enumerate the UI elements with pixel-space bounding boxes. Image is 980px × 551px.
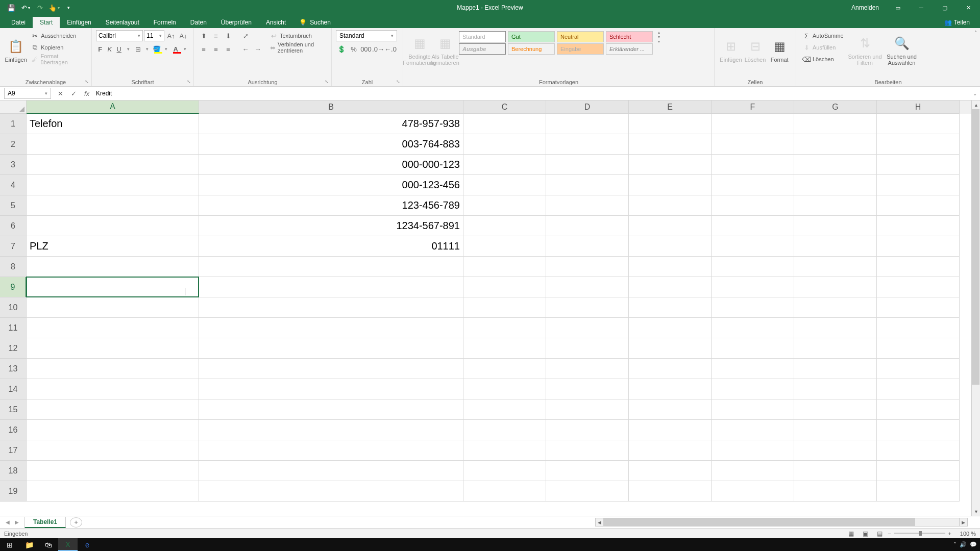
cell[interactable] [463,155,546,175]
start-button[interactable]: ⊞ [0,538,19,551]
cell[interactable] [546,155,629,175]
cell[interactable] [794,175,877,195]
row-header[interactable]: 7 [0,236,27,257]
column-header[interactable]: D [546,101,629,114]
cell[interactable] [877,114,960,134]
cell[interactable] [199,257,463,277]
cell[interactable] [877,338,960,359]
decrease-decimal-button[interactable]: ←.0 [385,43,396,55]
cell[interactable] [27,420,199,440]
row-header[interactable]: 8 [0,257,27,277]
scroll-down-icon[interactable]: ▼ [972,507,980,516]
number-launcher-icon[interactable]: ⤡ [395,79,401,85]
align-middle-button[interactable]: ≡ [210,30,222,41]
cut-button[interactable]: ✂Ausschneiden [29,30,87,41]
zoom-slider[interactable] [894,533,945,534]
cell[interactable] [877,216,960,236]
cell[interactable] [877,481,960,502]
cell[interactable] [27,175,199,195]
cell[interactable] [712,134,794,155]
cell[interactable] [712,461,794,481]
cell[interactable] [199,277,463,297]
cell[interactable] [27,155,199,175]
row-header[interactable]: 2 [0,134,27,155]
task-file-explorer[interactable]: 📁 [19,538,39,551]
task-excel[interactable]: X [58,538,78,551]
cell[interactable] [877,134,960,155]
clear-button[interactable]: ⌫Löschen [800,54,846,65]
column-header[interactable]: G [794,101,877,114]
underline-more-icon[interactable]: ▾ [125,43,133,55]
sort-filter-button[interactable]: ⇅ Sortieren und Filtern [848,30,883,71]
cell-style-erklar[interactable]: Erklärender ... [606,43,653,55]
cell[interactable] [712,216,794,236]
cell[interactable] [794,297,877,318]
normal-view-button[interactable]: ▦ [845,529,857,538]
row-header[interactable]: 10 [0,297,27,318]
number-format-combo[interactable]: Standard▾ [336,30,397,41]
cell[interactable] [629,399,712,420]
cell[interactable] [463,134,546,155]
cell[interactable] [877,175,960,195]
cell[interactable] [877,440,960,461]
vscroll-thumb[interactable] [972,109,979,385]
cell[interactable] [199,440,463,461]
cell[interactable] [463,257,546,277]
cell[interactable] [546,175,629,195]
cell[interactable] [629,195,712,216]
find-select-button[interactable]: 🔍 Suchen und Auswählen [885,30,919,71]
row-header[interactable]: 13 [0,359,27,379]
cell[interactable] [877,277,960,297]
redo-button[interactable]: ↷ [34,2,46,14]
row-header[interactable]: 14 [0,379,27,399]
tab-view[interactable]: Ansicht [259,17,293,28]
row-header[interactable]: 9 [0,277,27,297]
cell[interactable] [712,481,794,502]
cell[interactable]: 003-764-883 [199,134,463,155]
cell[interactable] [712,257,794,277]
conditional-formatting-button[interactable]: ▦ Bedingte Formatierung [407,30,432,71]
align-left-button[interactable]: ≡ [198,43,209,55]
cell[interactable] [629,338,712,359]
underline-button[interactable]: U [115,43,124,55]
minimize-button[interactable]: ─ [910,0,933,15]
cell[interactable] [546,440,629,461]
tab-data[interactable]: Daten [183,17,214,28]
orientation-button[interactable]: ⤢ [240,30,251,41]
cell[interactable] [546,277,629,297]
cell[interactable] [629,359,712,379]
cell[interactable] [629,297,712,318]
cell[interactable] [199,359,463,379]
clipboard-launcher-icon[interactable]: ⤡ [84,79,90,85]
cell[interactable] [712,155,794,175]
cell[interactable] [877,399,960,420]
cell-style-berechnung[interactable]: Berechnung [508,43,555,55]
cell[interactable] [27,440,199,461]
cell[interactable] [629,420,712,440]
cell-styles-more[interactable]: ▴▾▾ [654,30,664,71]
qat-customize-button[interactable]: ▾ [62,2,75,14]
cell[interactable] [546,297,629,318]
cell[interactable] [629,175,712,195]
cell[interactable] [712,440,794,461]
cell-style-neutral[interactable]: Neutral [557,31,604,42]
save-icon[interactable]: 💾 [5,2,17,14]
font-launcher-icon[interactable]: ⤡ [186,79,192,85]
cell[interactable] [794,134,877,155]
tab-insert[interactable]: Einfügen [60,17,98,28]
cell[interactable] [27,216,199,236]
share-button[interactable]: 👥 Teilen [939,17,975,28]
fill-color-button[interactable]: 🪣 [153,43,161,55]
cell[interactable] [629,277,712,297]
decrease-indent-button[interactable]: ← [240,43,251,55]
cell[interactable] [463,175,546,195]
formula-input[interactable]: Kredit [93,88,970,99]
expand-formula-bar-icon[interactable]: ⌄ [970,88,980,99]
cell[interactable] [794,236,877,257]
cell[interactable] [27,297,199,318]
cell[interactable] [463,379,546,399]
zoom-value[interactable]: 100 % [954,531,976,537]
cell[interactable] [629,461,712,481]
cell[interactable] [877,461,960,481]
cell[interactable] [463,236,546,257]
